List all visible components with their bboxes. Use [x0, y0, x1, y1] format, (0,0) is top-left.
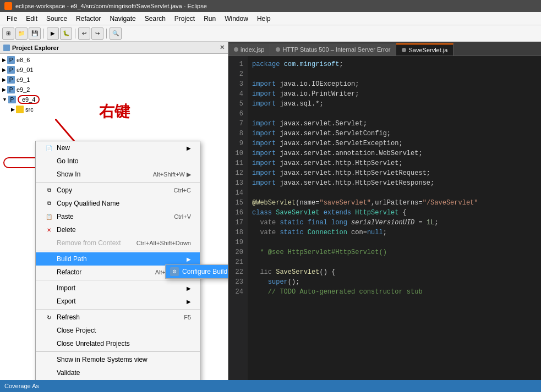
menu-source[interactable]: Source [42, 14, 72, 24]
code-line-23: super(); [252, 277, 537, 287]
ctx-import[interactable]: Import ▶ [36, 281, 200, 295]
export-arrow-icon: ▶ [187, 299, 191, 305]
tab-saveservlet[interactable]: SaveServlet.ja [396, 43, 453, 56]
copy-qualified-icon: ⧉ [45, 199, 53, 208]
code-line-18: vate static Connection con=null; [252, 228, 537, 238]
ctx-showin[interactable]: Show In Alt+Shift+W ▶ [36, 168, 200, 181]
ctx-close-unrelated[interactable]: Close Unrelated Projects [36, 337, 200, 350]
ctx-buildpath[interactable]: Build Path ▶ [36, 252, 200, 266]
ctx-copy-qualified-label: Copy Qualified Name [57, 200, 119, 207]
panel-icon [3, 45, 10, 51]
expand-sub1[interactable]: ▶ [11, 107, 15, 112]
new-btn[interactable]: ⊞ [2, 27, 14, 40]
run-btn[interactable]: ▶ [47, 27, 59, 40]
menu-help[interactable]: Help [253, 14, 275, 24]
open-btn[interactable]: 📁 [15, 27, 28, 40]
menu-file[interactable]: File [2, 14, 21, 24]
gointo-icon [45, 157, 53, 165]
ctx-export[interactable]: Export ▶ [36, 295, 200, 308]
ctx-refresh[interactable]: ↻ Refresh F5 [36, 311, 200, 324]
code-line-6 [252, 109, 537, 119]
expand-e9_1[interactable]: ▶ [2, 77, 6, 82]
save-btn[interactable]: 💾 [29, 27, 41, 40]
expand-e9_01[interactable]: ▶ [2, 67, 6, 73]
code-line-4: import java.io.PrintWriter; [252, 89, 537, 99]
project-label-e8_6: e8_6 [17, 57, 30, 63]
code-line-24: // TODO Auto-generated constructor stub [252, 287, 537, 297]
expand-e9_2[interactable]: ▶ [2, 87, 6, 92]
ctx-copy-qualified[interactable]: ⧉ Copy Qualified Name [36, 197, 200, 210]
tab-label-save: SaveServlet.ja [408, 47, 447, 53]
menu-navigate[interactable]: Navigate [105, 14, 140, 24]
panel-close-btn[interactable]: ✕ [220, 44, 225, 51]
status-coverage: Coverage As [4, 383, 39, 389]
menu-refactor[interactable]: Refactor [72, 14, 105, 24]
ctx-validate[interactable]: Validate [36, 366, 200, 379]
menu-window[interactable]: Window [220, 14, 253, 24]
import-arrow-icon: ▶ [187, 285, 191, 291]
ctx-close-project[interactable]: Close Project [36, 324, 200, 337]
tree-item-e9_4[interactable]: ▼ P e9_4 [0, 95, 228, 104]
panel-header: Project Explorer ✕ [0, 42, 228, 54]
code-line-15: @WebServlet(name="saveServlet",urlPatter… [252, 198, 537, 208]
menu-project[interactable]: Project [170, 14, 199, 24]
build-path-submenu: ⚙ Configure Build Path... [165, 264, 228, 279]
tree-item-e9_1[interactable]: ▶ P e9_1 [0, 75, 228, 85]
tree-item-e9_2[interactable]: ▶ P e9_2 [0, 85, 228, 95]
menu-search[interactable]: Search [140, 14, 170, 24]
ctx-new[interactable]: 📄 New ▶ [36, 141, 200, 154]
code-line-22: lic SaveServlet() { [252, 267, 537, 277]
ctx-remove[interactable]: Remove from Context Ctrl+Alt+Shift+Down [36, 236, 200, 250]
ctx-copy[interactable]: ⧉ Copy Ctrl+C [36, 184, 200, 197]
debug-btn[interactable]: 🐛 [60, 27, 72, 40]
editor-tabs: index.jsp HTTP Status 500 – Internal Ser… [228, 42, 541, 56]
sep-4 [36, 309, 200, 310]
configure-buildpath-icon: ⚙ [170, 267, 179, 276]
ctx-delete[interactable]: ✕ Delete [36, 223, 200, 236]
submenu-configure-buildpath[interactable]: ⚙ Configure Build Path... [166, 265, 228, 278]
code-line-8: import javax.servlet.ServletConfig; [252, 129, 537, 139]
ctx-show-remote[interactable]: Show in Remote Systems view [36, 353, 200, 366]
code-line-5: import java.sql.*; [252, 99, 537, 109]
editor-panel: index.jsp HTTP Status 500 – Internal Ser… [228, 42, 541, 380]
code-line-2 [252, 69, 537, 79]
expand-e9_4[interactable]: ▼ [2, 97, 7, 102]
paste-shortcut: Ctrl+V [174, 213, 191, 220]
tree-item-e8_6[interactable]: ▶ P e8_6 [0, 55, 228, 65]
code-line-9: import javax.servlet.ServletException; [252, 139, 537, 148]
ctx-remove-label: Remove from Context [57, 239, 121, 247]
delete-ctx-icon: ✕ [45, 225, 53, 234]
ctx-gointo-label: Go Into [57, 157, 78, 165]
code-area: 1 2 3 4 5 6 7 8 9 10 11 12 13 14 15 16 1… [228, 56, 541, 380]
validate-icon [45, 368, 53, 377]
ctx-gointo[interactable]: Go Into [36, 154, 200, 168]
ctx-paste[interactable]: 📋 Paste Ctrl+V [36, 210, 200, 223]
tab-index-jsp[interactable]: index.jsp [228, 43, 270, 56]
window-title: eclipse-workspace - e9_4/src/com/mingris… [15, 3, 207, 9]
tab-http-status[interactable]: HTTP Status 500 – Internal Server Error [270, 43, 396, 56]
menu-run[interactable]: Run [199, 14, 220, 24]
menu-edit[interactable]: Edit [21, 14, 42, 24]
toolbar: ⊞ 📁 💾 ▶ 🐛 ↩ ↪ 🔍 [0, 25, 541, 42]
close-unrelated-icon [45, 339, 53, 348]
code-line-12: import javax.servlet.http.HttpServletReq… [252, 168, 537, 178]
project-icon-e9_1: P [7, 76, 15, 84]
project-label-e9_01: e9_01 [17, 67, 34, 73]
redo-btn[interactable]: ↪ [91, 27, 103, 40]
refactor-icon [45, 268, 53, 277]
refresh-icon: ↻ [45, 313, 53, 322]
ctx-paste-label: Paste [57, 213, 74, 220]
undo-btn[interactable]: ↩ [78, 27, 90, 40]
refresh-shortcut: F5 [184, 314, 191, 321]
configure-buildpath-label: Configure Build Path... [182, 268, 228, 275]
ctx-refactor-label: Refactor [57, 268, 81, 276]
search-btn[interactable]: 🔍 [110, 27, 122, 40]
new-arrow-icon: ▶ [187, 145, 191, 151]
tab-dot-index [234, 47, 238, 52]
tree-item-e9_4-sub1[interactable]: ▶ src [0, 104, 228, 114]
tab-dot-http [276, 47, 280, 52]
code-content[interactable]: package com.mingrisoft; import java.io.I… [248, 56, 541, 380]
expand-e8_6[interactable]: ▶ [2, 57, 6, 63]
tree-item-e9_01[interactable]: ▶ P e9_01 [0, 65, 228, 75]
panel-title: Project Explorer [12, 45, 59, 51]
